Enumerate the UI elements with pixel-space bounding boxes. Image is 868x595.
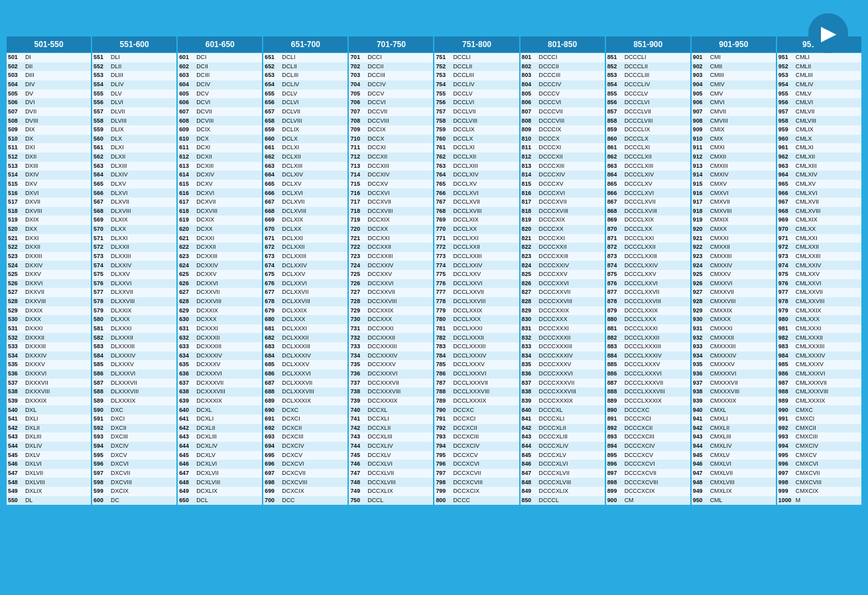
roman-cell: DCXCIV — [280, 442, 347, 451]
roman-cell: DCCCLXVIII — [623, 207, 690, 216]
number-cell: 834 — [521, 352, 538, 361]
table-row: 871DCCCLXXI — [606, 234, 690, 243]
table-row: 921CMXXI — [692, 234, 776, 243]
roman-cell: DCCXVIII — [366, 207, 433, 216]
number-cell: 809 — [521, 125, 538, 135]
number-cell: 703 — [349, 71, 366, 80]
roman-cell: DCCCXLIX — [538, 487, 605, 496]
number-cell: 502 — [7, 62, 24, 72]
number-cell: 524 — [7, 261, 24, 270]
table-row: 913CMXIII — [692, 162, 776, 171]
table-row: 570DLXX — [92, 225, 176, 234]
number-cell: 905 — [692, 90, 709, 99]
table-row: 506DVI — [7, 98, 91, 107]
roman-cell: DLVII — [109, 107, 176, 117]
table-row: 661DCLXI — [263, 143, 347, 153]
roman-cell: DCLXXXIV — [280, 352, 347, 361]
table-row: 825DCCCXXV — [521, 270, 605, 279]
number-cell: 904 — [692, 80, 709, 90]
number-cell: 525 — [7, 270, 24, 279]
roman-cell: DCCCXCIII — [623, 432, 690, 442]
number-cell: 887 — [606, 379, 623, 388]
table-row: 729DCCXXIX — [349, 306, 433, 316]
number-cell: 685 — [263, 360, 280, 369]
table-row: 879DCCCLXXIX — [606, 306, 690, 316]
roman-cell: DCCII — [366, 62, 433, 72]
roman-cell: DLXXXV — [109, 360, 176, 369]
roman-cell: DCCCLXVI — [623, 188, 690, 198]
number-cell: 589 — [92, 397, 109, 406]
table-row: 801DCCCI — [521, 53, 605, 62]
roman-cell: CMXLIX — [709, 487, 776, 496]
table-row: 842DCCCXLII — [521, 424, 605, 433]
roman-cell: DCLII — [280, 62, 347, 72]
number-cell: 587 — [92, 379, 109, 388]
table-row: 756DCCLVI — [434, 98, 519, 107]
table-row: 795DCCXCV — [434, 451, 519, 460]
number-cell: 963 — [777, 162, 794, 171]
number-cell: 806 — [521, 98, 538, 107]
table-row: 802DCCCII — [521, 62, 605, 72]
roman-cell: DCCCXXXII — [538, 333, 605, 342]
table-row: 773DCCLXXIII — [434, 252, 519, 261]
group-701-750: 701-750701DCCI702DCCII703DCCIII704DCCIV7… — [349, 36, 433, 505]
number-cell: 903 — [692, 71, 709, 80]
roman-cell: DCCIX — [366, 125, 433, 135]
roman-cell: CMXL — [709, 405, 776, 415]
roman-cell: DCLXXXII — [280, 333, 347, 342]
number-cell: 538 — [7, 387, 24, 397]
roman-cell: DXLV — [24, 451, 91, 460]
table-row: 910CMX — [692, 135, 776, 144]
group-title-0: 501-550 — [7, 36, 91, 52]
number-cell: 740 — [349, 405, 366, 415]
roman-cell: DCXXI — [195, 234, 262, 243]
number-cell: 837 — [521, 379, 538, 388]
roman-cell: DCCXXVIII — [366, 297, 433, 306]
roman-cell: DCCLXXXIX — [452, 397, 519, 406]
number-cell: 572 — [92, 243, 109, 252]
roman-cell: DCCCLXXXI — [623, 324, 690, 334]
roman-cell: CMLXXXII — [794, 333, 861, 342]
number-cell: 901 — [692, 53, 709, 62]
roman-cell: DCCCXXXVI — [538, 369, 605, 379]
number-cell: 658 — [263, 116, 280, 125]
number-cell: 578 — [92, 297, 109, 306]
roman-cell: DCCCXXX — [538, 315, 605, 324]
number-cell: 642 — [178, 424, 195, 433]
roman-cell: DCCXXIII — [366, 252, 433, 261]
table-row: 711DCCXI — [349, 143, 433, 153]
inner-table-3: 651DCLI652DCLII653DCLIII654DCLIV655DCLV6… — [263, 53, 347, 505]
table-row: 610DCX — [178, 135, 262, 144]
table-row: 722DCCXXII — [349, 243, 433, 252]
roman-cell: DCCCLXXIII — [623, 252, 690, 261]
number-cell: 798 — [434, 478, 452, 487]
roman-cell: DCCXLI — [366, 415, 433, 424]
table-row: 505DV — [7, 90, 91, 99]
table-row: 941CMXLI — [692, 415, 776, 424]
table-row: 677DCLXXVII — [263, 288, 347, 297]
table-row: 764DCCLXIV — [434, 170, 519, 180]
roman-cell: DCX — [195, 135, 262, 144]
number-cell: 517 — [7, 198, 24, 207]
table-row: 968CMLXVIII — [777, 207, 861, 216]
table-row: 746DCCXLVI — [349, 460, 433, 469]
number-cell: 772 — [434, 243, 452, 252]
number-cell: 747 — [349, 469, 366, 478]
number-cell: 884 — [606, 352, 623, 361]
table-row: 982CMLXXXII — [777, 333, 861, 342]
table-row: 546DXLVI — [7, 460, 91, 469]
table-row: 586DLXXXVI — [92, 369, 176, 379]
inner-table-4: 701DCCI702DCCII703DCCIII704DCCIV705DCCV7… — [349, 53, 433, 505]
table-row: 579DLXXIX — [92, 306, 176, 316]
roman-cell: DXIX — [24, 216, 91, 225]
table-row: 750DCCL — [349, 496, 433, 505]
number-cell: 889 — [606, 397, 623, 406]
table-row: 951CMLI — [777, 53, 861, 62]
table-row: 785DCCLXXXV — [434, 360, 519, 369]
roman-cell: DCCCLI — [623, 53, 690, 62]
table-row: 511DXI — [7, 143, 91, 153]
number-cell: 571 — [92, 234, 109, 243]
roman-cell: CMLXII — [794, 153, 861, 162]
roman-cell: DXXX — [24, 315, 91, 324]
roman-cell: DCCCXXVI — [538, 279, 605, 289]
